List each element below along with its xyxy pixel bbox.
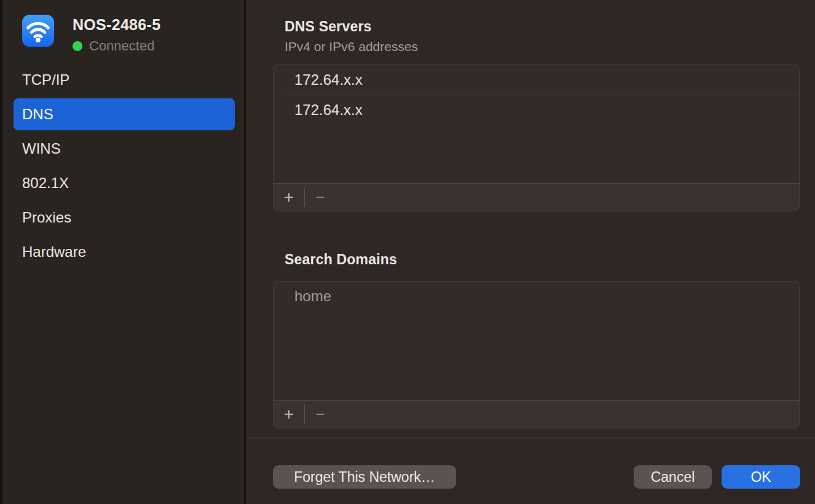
sidebar-item-dns[interactable]: DNS	[14, 98, 235, 130]
dns-server-entry[interactable]: 172.64.x.x	[274, 65, 799, 95]
search-domains-title: Search Domains	[285, 251, 397, 268]
dns-settings-panel: DNS Servers IPv4 or IPv6 addresses 172.6…	[248, 0, 815, 504]
dns-server-entry[interactable]: 172.64.x.x	[286, 95, 799, 124]
add-search-domain-button[interactable]: +	[274, 401, 304, 428]
sidebar-item-tcpip[interactable]: TCP/IP	[14, 64, 235, 96]
dns-servers-title: DNS Servers	[285, 18, 418, 35]
dns-servers-list: 172.64.x.x 172.64.x.x + −	[273, 65, 800, 211]
ok-button[interactable]: OK	[722, 465, 800, 489]
network-header: NOS-2486-5 Connected	[22, 15, 160, 54]
network-sidebar: NOS-2486-5 Connected TCP/IP DNS WINS 802…	[0, 0, 246, 504]
dns-servers-subtitle: IPv4 or IPv6 addresses	[285, 39, 418, 54]
remove-dns-server-button[interactable]: −	[305, 184, 336, 211]
sidebar-item-hardware[interactable]: Hardware	[14, 236, 235, 268]
add-dns-server-button[interactable]: +	[274, 184, 304, 211]
forget-network-button[interactable]: Forget This Network…	[273, 465, 456, 489]
sidebar-item-8021x[interactable]: 802.1X	[14, 167, 235, 199]
sidebar-item-wins[interactable]: WINS	[14, 133, 235, 165]
connection-status: Connected	[89, 38, 154, 54]
settings-nav: TCP/IP DNS WINS 802.1X Proxies Hardware	[14, 64, 235, 270]
connected-status-dot	[73, 41, 82, 51]
dns-servers-toolbar: + −	[274, 183, 799, 211]
cancel-button[interactable]: Cancel	[634, 465, 712, 489]
search-domains-toolbar: + −	[274, 400, 799, 428]
window-left-edge	[0, 0, 2, 504]
network-name: NOS-2486-5	[73, 16, 160, 34]
search-domains-list: home + −	[273, 281, 800, 428]
wifi-icon	[22, 15, 54, 47]
search-domain-entry[interactable]: home	[274, 282, 799, 311]
remove-search-domain-button[interactable]: −	[305, 401, 336, 428]
footer-divider	[248, 437, 815, 438]
sidebar-item-proxies[interactable]: Proxies	[14, 202, 235, 234]
